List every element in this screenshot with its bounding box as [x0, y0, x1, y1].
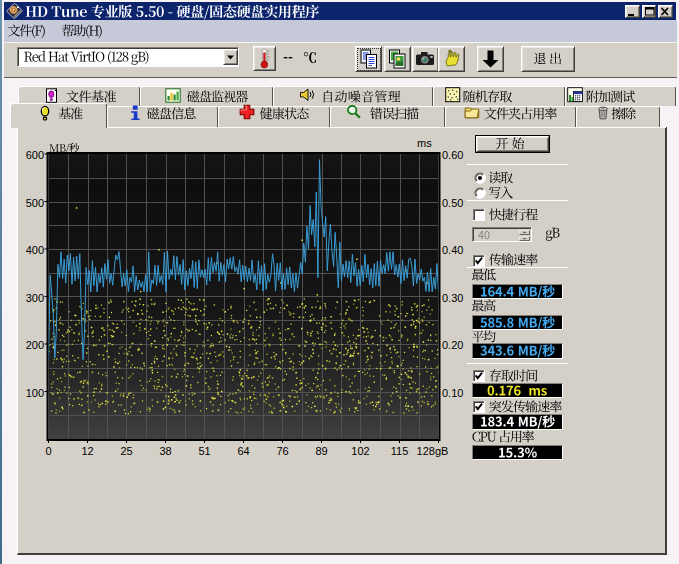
- svg-text:38: 38: [159, 445, 171, 457]
- svg-text:89: 89: [315, 445, 327, 457]
- svg-text:0.20: 0.20: [442, 339, 463, 351]
- svg-text:500: 500: [26, 197, 44, 209]
- svg-text:115: 115: [391, 445, 409, 457]
- svg-text:0.10: 0.10: [442, 387, 463, 399]
- svg-text:128gB: 128gB: [417, 445, 449, 457]
- svg-text:200: 200: [26, 339, 44, 351]
- svg-text:64: 64: [237, 445, 249, 457]
- svg-text:0: 0: [45, 445, 51, 457]
- svg-text:51: 51: [198, 445, 210, 457]
- svg-text:0.30: 0.30: [442, 292, 463, 304]
- svg-text:0.60: 0.60: [442, 149, 463, 161]
- svg-text:600: 600: [26, 149, 44, 161]
- svg-text:25: 25: [120, 445, 132, 457]
- svg-text:100: 100: [26, 387, 44, 399]
- svg-text:400: 400: [26, 244, 44, 256]
- svg-text:102: 102: [351, 445, 369, 457]
- svg-text:12: 12: [81, 445, 93, 457]
- svg-text:76: 76: [276, 445, 288, 457]
- svg-text:ms: ms: [417, 137, 432, 149]
- svg-text:0.50: 0.50: [442, 197, 463, 209]
- svg-text:0.40: 0.40: [442, 244, 463, 256]
- svg-text:300: 300: [26, 292, 44, 304]
